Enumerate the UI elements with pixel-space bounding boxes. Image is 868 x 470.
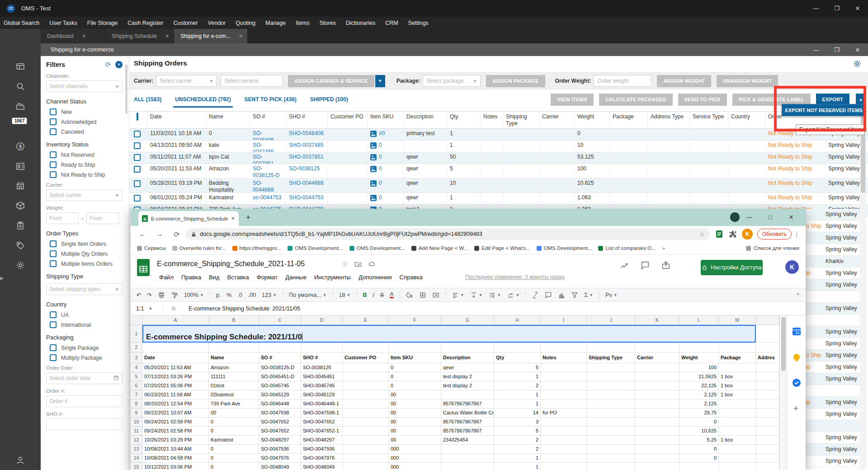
column-header-description[interactable]: Description	[404, 112, 447, 129]
table-row-partial[interactable]: ipSpring Valley	[806, 362, 860, 373]
sheet-header-carrier[interactable]: Carrier	[635, 352, 679, 363]
table-row-partial[interactable]	[806, 385, 860, 397]
column-header-G[interactable]: G	[441, 315, 494, 325]
cell[interactable]: 10/08/2021 10:44 AM	[142, 445, 209, 454]
order-number-input[interactable]: Order #	[46, 395, 123, 407]
cell[interactable]	[635, 343, 679, 352]
app-close-icon[interactable]: ✕	[847, 0, 868, 17]
menu-item-stores[interactable]: Stores	[315, 17, 341, 29]
cell[interactable]	[635, 427, 679, 436]
cell[interactable]: 739 Park Ave	[209, 400, 259, 409]
cell[interactable]	[541, 390, 587, 400]
column-header-L[interactable]: L	[679, 315, 719, 325]
forward-icon[interactable]: →	[154, 230, 165, 238]
cell[interactable]: 5	[494, 363, 541, 372]
column-header-so-[interactable]: SO #	[250, 112, 286, 129]
sheet-header-package[interactable]: Package	[719, 352, 756, 363]
share-button[interactable]: Настройки Доступа	[701, 260, 763, 275]
cell[interactable]: 2	[494, 445, 541, 454]
table-row-partial[interactable]: Spring Valley	[806, 232, 860, 244]
insights-chart-icon[interactable]	[620, 261, 629, 272]
cell[interactable]	[541, 427, 587, 436]
cell[interactable]: 10/26/2021 03:29 PM	[142, 436, 209, 445]
sheet-header-so-[interactable]: SO #	[259, 352, 301, 363]
cell[interactable]	[635, 381, 679, 390]
cell[interactable]: SHO-0047598-1	[301, 409, 343, 418]
item-sku-link[interactable]: 0	[370, 194, 401, 201]
bold-button[interactable]: B	[363, 292, 367, 298]
formula-input[interactable]: E-commerce Shipping Schedule: 2021/11/05	[184, 306, 300, 312]
contacts-icon[interactable]	[15, 161, 25, 171]
cell[interactable]: 22,125	[679, 381, 719, 390]
column-header-date[interactable]: Date	[147, 112, 206, 129]
sheet-header-addres[interactable]: Addres	[756, 352, 779, 363]
bookmark-item[interactable]: OMS Development...	[288, 245, 343, 251]
tab-close-icon[interactable]: ✕	[231, 216, 235, 221]
reading-list-button[interactable]: Список для чтения	[746, 245, 799, 251]
strikethrough-button[interactable]: S	[380, 292, 384, 298]
cell[interactable]	[635, 436, 679, 445]
close-icon[interactable]: ✕	[165, 33, 169, 39]
assign-carrier-service-button[interactable]: ASSIGN CARRIER & SERVICE	[288, 75, 374, 87]
table-row-partial[interactable]: o ShipSpring Valley	[806, 350, 860, 362]
sheets-menu-формат[interactable]: Формат	[254, 273, 281, 282]
cell[interactable]: 111111	[209, 372, 259, 381]
column-header-J[interactable]: J	[587, 315, 635, 325]
sheet-header-description[interactable]: Description	[441, 352, 494, 363]
cell[interactable]	[719, 463, 756, 470]
sheet-header-item-sku[interactable]: Item SKU	[389, 352, 441, 363]
dashboard-icon[interactable]	[15, 61, 25, 71]
sheet-header-shipping-type[interactable]: Shipping Type	[587, 352, 635, 363]
cell[interactable]: SO-0047976	[259, 454, 301, 463]
column-header-package[interactable]: Package	[610, 112, 648, 129]
table-row-partial[interactable]: Spring Valley	[806, 432, 860, 444]
cell[interactable]	[343, 436, 389, 445]
menu-item-items[interactable]: Items	[291, 17, 315, 29]
checkbox[interactable]	[50, 171, 57, 178]
cell[interactable]	[756, 400, 779, 409]
bookmark-item[interactable]: Overwrite rules for...	[172, 245, 226, 251]
table-header-checkbox[interactable]	[134, 112, 147, 129]
cell[interactable]: SHO-0047936	[301, 445, 343, 454]
cell[interactable]: 10/12/2021 03:06 PM	[142, 463, 209, 470]
cell[interactable]: SO-0045129	[259, 390, 301, 400]
bookmark-star-icon[interactable]: ☆	[699, 230, 705, 238]
cell[interactable]	[756, 343, 779, 352]
cell[interactable]: test display 2	[441, 381, 494, 390]
table-row-partial[interactable]	[806, 315, 860, 326]
cell[interactable]: 2,125	[679, 390, 719, 400]
action-button-send-to-pick[interactable]: SEND TO PICK	[678, 94, 727, 106]
menu-item-crm[interactable]: CRM	[380, 17, 403, 29]
bookmark-item[interactable]: OMS Development...	[349, 245, 405, 251]
cell[interactable]: SHO-0048297	[301, 436, 343, 445]
cell[interactable]: SO-0048297	[259, 436, 301, 445]
cell[interactable]: 3	[494, 418, 541, 427]
filter-icon[interactable]	[571, 291, 578, 299]
menu-item-user-tasks[interactable]: User Tasks	[44, 17, 82, 29]
table-row-partial[interactable]: Spring Valley	[806, 456, 860, 467]
cell[interactable]	[756, 418, 779, 427]
mdi-minimize-icon[interactable]: —	[806, 43, 826, 56]
select-all-checkbox[interactable]	[137, 113, 138, 121]
cell[interactable]	[756, 454, 779, 463]
text-color-button[interactable]: A	[390, 291, 393, 299]
reload-icon[interactable]: ⟳	[171, 230, 182, 239]
cell[interactable]: 5,25	[679, 436, 719, 445]
corner-cell[interactable]	[131, 315, 142, 325]
close-icon[interactable]: ✕	[82, 33, 86, 39]
checkbox-inventory-status-not-ready-to-ship[interactable]: Not Ready to Ship	[50, 171, 123, 178]
assign-weight-button[interactable]: ASSIGN WEIGHT	[657, 75, 711, 87]
checkbox[interactable]	[50, 311, 57, 318]
shipping-type-select[interactable]: Select shipping types▼	[46, 283, 123, 295]
cell-so[interactable]: SO-0037485	[250, 141, 286, 152]
cell[interactable]: 09/24/2021 02:58 PM	[142, 427, 209, 436]
table-row-partial[interactable]: Spring Valley	[806, 303, 860, 315]
column-header-address-type[interactable]: Address Type	[648, 112, 690, 129]
cell[interactable]: 85767867867867	[441, 427, 494, 436]
cell[interactable]	[587, 463, 635, 470]
inventory-icon[interactable]	[15, 201, 25, 211]
sho-number-input[interactable]	[46, 418, 123, 430]
cell[interactable]: SO-0038125	[301, 363, 343, 372]
row-header-3[interactable]: 3	[131, 352, 142, 363]
row-header-9[interactable]: 9	[131, 409, 142, 418]
